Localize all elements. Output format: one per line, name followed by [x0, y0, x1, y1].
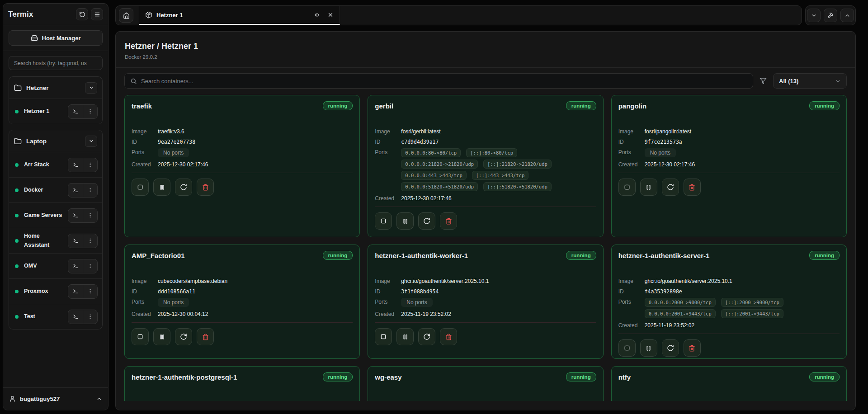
- pause-button[interactable]: [396, 212, 414, 230]
- port-mapping: 0.0.0.0:51820->51820/udp: [401, 182, 478, 191]
- restart-button[interactable]: [662, 339, 679, 357]
- home-button[interactable]: [119, 8, 133, 23]
- user-menu[interactable]: bugattiguy527: [3, 387, 108, 410]
- port-mapping: [::]:51820->51820/udp: [483, 182, 552, 191]
- terminal-button[interactable]: [68, 285, 83, 298]
- host-menu-button[interactable]: [83, 259, 97, 273]
- restart-icon: [180, 183, 187, 191]
- status-filter-select[interactable]: All (13): [773, 73, 847, 89]
- container-name: hetzner-1-authentik-worker-1: [375, 251, 468, 259]
- terminal-icon: [73, 288, 79, 294]
- id-row: ID 9f7ce213573a: [618, 138, 840, 145]
- port-line: 0.0.0.0:80->80/tcp[::]:80->80/tcp: [401, 148, 551, 157]
- restart-button[interactable]: [175, 179, 192, 196]
- collapse-down-button[interactable]: [807, 9, 821, 22]
- pause-button[interactable]: [153, 179, 170, 196]
- id-row: ID 9ea27e207738: [132, 138, 353, 145]
- host-menu-button[interactable]: [83, 310, 97, 324]
- group-collapse-button[interactable]: [85, 82, 97, 94]
- stop-button[interactable]: [132, 328, 149, 345]
- restart-button[interactable]: [175, 328, 192, 345]
- terminal-button[interactable]: [68, 158, 83, 172]
- container-search-input[interactable]: [141, 78, 747, 85]
- host-group-header[interactable]: Hetzner: [9, 77, 102, 99]
- stop-button[interactable]: [132, 179, 149, 196]
- image-value: ghcr.io/goauthentik/server:2025.10.1: [645, 277, 732, 284]
- terminal-icon: [73, 187, 79, 193]
- pause-button[interactable]: [396, 328, 414, 345]
- container-search[interactable]: [124, 73, 753, 89]
- delete-button[interactable]: [684, 179, 701, 196]
- image-label: Image: [375, 127, 401, 135]
- host-row[interactable]: OMV: [9, 253, 102, 278]
- group-hosts: Hetzner 1: [9, 99, 102, 124]
- card-header: AMP_Factorio01 running: [132, 251, 353, 260]
- refresh-button[interactable]: [76, 8, 88, 20]
- host-row[interactable]: Game Servers: [9, 202, 102, 228]
- chevron-up-icon: [844, 13, 850, 19]
- terminal-button[interactable]: [68, 183, 83, 197]
- collapse-up-button[interactable]: [840, 9, 854, 22]
- window-controls: [805, 5, 856, 25]
- stop-icon: [623, 183, 631, 191]
- card-divider: [375, 207, 596, 207]
- host-search-input[interactable]: [9, 56, 103, 70]
- host-row[interactable]: Home Assistant: [9, 228, 102, 253]
- stop-button[interactable]: [375, 212, 392, 230]
- pause-button[interactable]: [153, 328, 170, 345]
- delete-button[interactable]: [197, 328, 214, 345]
- restart-button[interactable]: [662, 179, 679, 196]
- host-row[interactable]: Hetzner 1: [9, 99, 102, 124]
- host-group-header[interactable]: Laptop: [9, 130, 102, 152]
- username: bugattiguy527: [20, 395, 60, 402]
- delete-button[interactable]: [197, 179, 214, 196]
- terminal-button[interactable]: [68, 234, 83, 248]
- card-body: Image fosrl/gerbil:latest ID c7d9d4d39a1…: [375, 127, 596, 230]
- stop-button[interactable]: [375, 328, 392, 345]
- tools-button[interactable]: [824, 9, 837, 22]
- terminal-button[interactable]: [68, 209, 83, 222]
- terminal-button[interactable]: [68, 105, 83, 118]
- restart-button[interactable]: [418, 212, 435, 230]
- host-menu-button[interactable]: [83, 285, 97, 298]
- pause-button[interactable]: [640, 339, 657, 357]
- host-row[interactable]: Arr Stack: [9, 152, 102, 177]
- host-menu-button[interactable]: [83, 234, 97, 248]
- id-value: 9ea27e207738: [158, 138, 195, 145]
- pause-icon: [159, 184, 165, 191]
- sidebar-menu-button[interactable]: [91, 8, 103, 20]
- host-row[interactable]: Docker: [9, 177, 102, 202]
- delete-button[interactable]: [440, 212, 457, 230]
- pause-button[interactable]: [640, 179, 657, 196]
- delete-button[interactable]: [684, 339, 701, 357]
- host-menu-button[interactable]: [83, 183, 97, 197]
- container-name: hetzner-1-authentik-postgresql-1: [132, 372, 237, 381]
- stop-button[interactable]: [618, 339, 636, 357]
- id-label: ID: [375, 287, 401, 295]
- host-manager-button[interactable]: Host Manager: [9, 30, 103, 46]
- home-icon: [123, 12, 130, 19]
- created-value: 2025-12-30 00:04:12: [158, 310, 208, 317]
- host-row[interactable]: Test: [9, 304, 102, 329]
- stop-button[interactable]: [618, 179, 636, 196]
- tab-hetzner-1[interactable]: Hetzner 1: [139, 6, 340, 25]
- split-pane-icon[interactable]: [314, 12, 320, 18]
- host-menu-button[interactable]: [83, 158, 97, 172]
- id-value: 9f7ce213573a: [645, 138, 682, 145]
- host-menu-button[interactable]: [83, 209, 97, 222]
- close-tab-icon[interactable]: [327, 12, 334, 18]
- host-menu-button[interactable]: [83, 105, 97, 118]
- ports-label: Ports: [132, 148, 158, 157]
- filter-icon[interactable]: [760, 77, 767, 85]
- folder-icon: [14, 137, 22, 145]
- stop-icon: [137, 183, 144, 191]
- group-collapse-button[interactable]: [85, 136, 97, 147]
- created-value: 2025-11-19 23:52:02: [645, 321, 695, 329]
- restart-button[interactable]: [418, 328, 435, 345]
- host-row[interactable]: Proxmox: [9, 278, 102, 304]
- delete-button[interactable]: [440, 328, 457, 345]
- id-label: ID: [132, 138, 158, 145]
- status-badge: running: [323, 101, 353, 110]
- terminal-button[interactable]: [68, 259, 83, 273]
- terminal-button[interactable]: [68, 310, 83, 324]
